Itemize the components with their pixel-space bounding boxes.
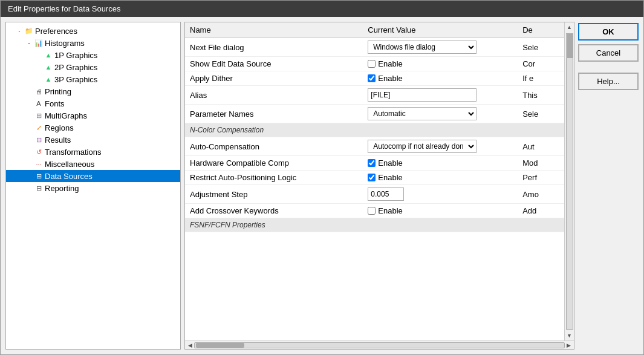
scroll-up-arrow[interactable]: ▲ bbox=[565, 22, 574, 32]
tree-label-histograms: Histograms bbox=[45, 39, 85, 48]
tree-icon-2p-graphics: ▲ bbox=[44, 62, 53, 72]
tree-label-miscellaneous: Miscellaneous bbox=[45, 160, 94, 169]
tree-item-results[interactable]: ⊟Results bbox=[6, 134, 180, 146]
tree-label-preferences: Preferences bbox=[35, 27, 77, 36]
tree-item-miscellaneous[interactable]: ···Miscellaneous bbox=[6, 158, 180, 170]
ok-button[interactable]: OK bbox=[578, 23, 639, 41]
scroll-right-arrow[interactable]: ▶ bbox=[565, 342, 573, 348]
scroll-left-arrow[interactable]: ◀ bbox=[186, 342, 194, 348]
prop-value-1[interactable]: Enable bbox=[363, 57, 518, 71]
checkbox-label-7: Enable bbox=[378, 158, 402, 168]
prop-desc-4: Sele bbox=[518, 105, 564, 123]
checkbox-8[interactable] bbox=[368, 174, 376, 181]
checkbox-7[interactable] bbox=[368, 159, 376, 167]
scroll-down-arrow[interactable]: ▼ bbox=[565, 331, 574, 340]
tree-item-reporting[interactable]: ⊟Reporting bbox=[6, 182, 180, 194]
table-row: Next File dialogWindows file dialogNativ… bbox=[185, 38, 564, 57]
expand-icon-histograms[interactable]: - bbox=[25, 39, 33, 47]
checkbox-2[interactable] bbox=[368, 74, 376, 82]
tree-item-1p-graphics[interactable]: ▲1P Graphics bbox=[6, 49, 180, 61]
h-scroll-thumb[interactable] bbox=[196, 343, 244, 348]
prop-desc-1: Cor bbox=[518, 57, 564, 71]
checkbox-1[interactable] bbox=[368, 60, 376, 68]
section-label-5: N-Color Compensation bbox=[185, 123, 564, 137]
help-button[interactable]: Help... bbox=[578, 73, 639, 90]
prop-name-10: Add Crossover Keywords bbox=[185, 204, 363, 218]
expand-icon-printing[interactable] bbox=[25, 88, 33, 95]
text-input-3[interactable] bbox=[368, 88, 476, 102]
tree-icon-3p-graphics: ▲ bbox=[44, 74, 53, 84]
tree-icon-regions: ⤢ bbox=[34, 123, 44, 132]
h-scroll-track[interactable] bbox=[194, 342, 565, 348]
prop-desc-2: If e bbox=[518, 71, 564, 86]
prop-value-6[interactable]: Autocomp if not already doneAlways autoc… bbox=[363, 137, 518, 156]
prop-value-9[interactable] bbox=[363, 185, 518, 204]
checkbox-10[interactable] bbox=[368, 207, 376, 215]
tree-item-data-sources[interactable]: ⊞Data Sources bbox=[6, 170, 180, 182]
prop-value-7[interactable]: Enable bbox=[363, 156, 518, 171]
expand-icon-regions[interactable] bbox=[25, 124, 33, 131]
expand-icon-fonts[interactable] bbox=[25, 100, 33, 107]
checkbox-label-10: Enable bbox=[378, 206, 402, 215]
prop-value-10[interactable]: Enable bbox=[363, 204, 518, 218]
tree-item-fonts[interactable]: AFonts bbox=[6, 97, 180, 109]
expand-icon-multigraphs[interactable] bbox=[25, 112, 33, 119]
table-row: Adjustment StepAmo bbox=[185, 185, 564, 204]
prop-desc-9: Amo bbox=[518, 185, 564, 204]
tree-label-data-sources: Data Sources bbox=[45, 172, 93, 181]
tree-icon-data-sources: ⊞ bbox=[34, 171, 44, 181]
prop-value-4[interactable]: AutomaticManual bbox=[363, 105, 518, 123]
expand-icon-transformations[interactable] bbox=[25, 148, 33, 155]
prop-name-6: Auto-Compensation bbox=[185, 137, 363, 156]
checkbox-label-8: Enable bbox=[378, 173, 402, 182]
tree-icon-1p-graphics: ▲ bbox=[44, 50, 53, 60]
expand-icon-miscellaneous[interactable] bbox=[25, 160, 33, 168]
prop-name-3: Alias bbox=[185, 86, 363, 105]
tree-panel: -📁Preferences-📊Histograms▲1P Graphics▲2P… bbox=[5, 22, 181, 350]
tree-item-3p-graphics[interactable]: ▲3P Graphics bbox=[6, 73, 180, 85]
tree-item-preferences[interactable]: -📁Preferences bbox=[6, 25, 180, 37]
scroll-track[interactable] bbox=[566, 33, 573, 330]
scroll-thumb[interactable] bbox=[567, 34, 573, 58]
expand-icon-1p-graphics[interactable] bbox=[35, 51, 42, 59]
expand-icon-data-sources[interactable] bbox=[25, 172, 33, 180]
prop-desc-10: Add bbox=[518, 204, 564, 218]
expand-icon-reporting[interactable] bbox=[25, 184, 33, 192]
tree-item-multigraphs[interactable]: ⊞MultiGraphs bbox=[6, 109, 180, 122]
tree-item-regions[interactable]: ⤢Regions bbox=[6, 122, 180, 134]
table-row: Show Edit Data SourceEnableCor bbox=[185, 57, 564, 71]
tree-icon-preferences: 📁 bbox=[24, 26, 34, 36]
prop-desc-7: Mod bbox=[518, 156, 564, 171]
checkbox-label-1: Enable bbox=[378, 59, 402, 68]
col-header-name: Name bbox=[185, 22, 363, 38]
prop-value-0[interactable]: Windows file dialogNative file dialog bbox=[363, 38, 518, 57]
prop-value-2[interactable]: Enable bbox=[363, 71, 518, 86]
table-row: Restrict Auto-Positioning LogicEnablePer… bbox=[185, 171, 564, 185]
tree-icon-fonts: A bbox=[34, 99, 44, 108]
properties-table-el: Name Current Value De Next File dialogWi… bbox=[185, 22, 564, 232]
horizontal-scrollbar[interactable]: ◀ ▶ bbox=[185, 340, 574, 349]
dialog-body: -📁Preferences-📊Histograms▲1P Graphics▲2P… bbox=[1, 17, 643, 354]
col-header-value: Current Value bbox=[363, 22, 518, 38]
vertical-scrollbar[interactable]: ▲ ▼ bbox=[564, 22, 574, 340]
properties-table: Name Current Value De Next File dialogWi… bbox=[185, 22, 564, 340]
expand-icon-3p-graphics[interactable] bbox=[35, 76, 42, 83]
prop-name-7: Hardware Compatible Comp bbox=[185, 156, 363, 171]
select-6[interactable]: Autocomp if not already doneAlways autoc… bbox=[368, 140, 476, 153]
expand-icon-results[interactable] bbox=[25, 136, 33, 143]
tree-item-2p-graphics[interactable]: ▲2P Graphics bbox=[6, 61, 180, 73]
tree-item-histograms[interactable]: -📊Histograms bbox=[6, 37, 180, 49]
expand-icon-preferences[interactable]: - bbox=[16, 27, 23, 34]
tree-item-transformations[interactable]: ↺Transformations bbox=[6, 146, 180, 158]
select-4[interactable]: AutomaticManual bbox=[368, 107, 476, 120]
tree-label-regions: Regions bbox=[45, 123, 74, 132]
expand-icon-2p-graphics[interactable] bbox=[35, 64, 42, 71]
tree-item-printing[interactable]: 🖨Printing bbox=[6, 85, 180, 97]
prop-value-3[interactable] bbox=[363, 86, 518, 105]
tree-icon-results: ⊟ bbox=[34, 135, 44, 145]
cancel-button[interactable]: Cancel bbox=[578, 44, 639, 62]
prop-value-8[interactable]: Enable bbox=[363, 171, 518, 185]
section-label-11: FSNF/FCFN Properties bbox=[185, 218, 564, 232]
select-0[interactable]: Windows file dialogNative file dialog bbox=[368, 41, 476, 54]
text-input-small-9[interactable] bbox=[368, 187, 404, 201]
